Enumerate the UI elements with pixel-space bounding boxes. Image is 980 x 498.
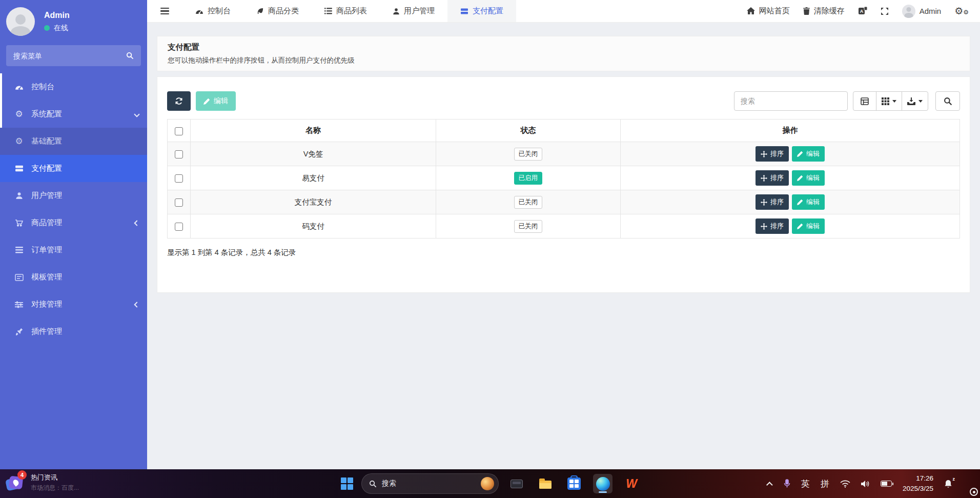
row-checkbox[interactable] <box>175 223 183 231</box>
sidebar-search[interactable] <box>6 45 141 66</box>
admin-user-menu[interactable]: Admin <box>902 5 942 18</box>
row-edit-button[interactable]: 编辑 <box>792 170 825 186</box>
wps-icon: W <box>626 477 637 491</box>
windows-start-button[interactable] <box>341 477 353 490</box>
user-name: Admin <box>44 11 70 20</box>
tab-user-management[interactable]: 用户管理 <box>380 0 447 22</box>
payment-name: 码支付 <box>191 214 436 238</box>
sidebar-item-order-management[interactable]: 订单管理 <box>0 236 147 264</box>
pagination-summary: 显示第 1 到第 4 条记录，总共 4 条记录 <box>167 248 960 257</box>
taskbar-app-wps[interactable]: W <box>622 474 641 493</box>
site-home-link[interactable]: 网站首页 <box>747 6 790 16</box>
status-badge[interactable]: 已关闭 <box>514 196 543 209</box>
sidebar-menu: 控制台 ⚙ 系统配置 ⚙ 基础配置 支付配置 用户管理 商品管理 订单管理 <box>0 73 147 345</box>
topbar-tabs: 控制台 商品分类 商品列表 用户管理 支付配置 <box>182 0 516 22</box>
row-edit-button[interactable]: 编辑 <box>792 194 825 210</box>
sort-button[interactable]: 排序 <box>756 170 789 186</box>
clear-cache-button[interactable]: 清除缓存 <box>803 6 845 16</box>
wifi-icon[interactable] <box>840 480 850 488</box>
sort-button[interactable]: 排序 <box>756 146 789 162</box>
row-checkbox[interactable] <box>175 198 183 207</box>
taskbar-app-edge[interactable] <box>593 474 612 493</box>
language-translate-icon[interactable]: A <box>858 7 867 15</box>
sidebar-item-system-config[interactable]: ⚙ 系统配置 <box>0 101 147 128</box>
avatar <box>902 5 915 18</box>
refresh-button[interactable] <box>167 91 191 111</box>
ime-pinyin-indicator[interactable]: 拼 <box>821 478 829 490</box>
notification-bell-icon[interactable]: z <box>944 480 952 488</box>
sidebar-item-product-management[interactable]: 商品管理 <box>0 209 147 236</box>
sidebar-item-plugin-management[interactable]: 插件管理 <box>0 318 147 345</box>
taskbar-app-file-explorer[interactable] <box>536 474 555 493</box>
taskbar-clock[interactable]: 17:26 2025/3/25 <box>903 473 933 493</box>
row-edit-button[interactable]: 编辑 <box>792 218 825 234</box>
move-icon <box>761 175 767 182</box>
column-header-name[interactable]: 名称 <box>191 119 436 142</box>
sidebar-item-user-management[interactable]: 用户管理 <box>0 182 147 209</box>
columns-dropdown-button[interactable] <box>876 91 902 111</box>
sidebar-item-dashboard[interactable]: 控制台 <box>0 73 147 101</box>
sidebar-item-integration-management[interactable]: 对接管理 <box>0 291 147 318</box>
column-header-status[interactable]: 状态 <box>436 119 621 142</box>
menu-toggle-icon[interactable] <box>147 0 182 22</box>
speaker-icon[interactable] <box>861 480 870 488</box>
sort-button[interactable]: 排序 <box>756 218 789 234</box>
main-content: 支付配置 您可以拖动操作栏中的排序按钮，从而控制用户支付的优先级 编辑 <box>147 23 980 469</box>
sidebar-item-label: 基础配置 <box>31 136 62 146</box>
row-checkbox[interactable] <box>175 150 183 158</box>
taskbar-app-dark-window[interactable] <box>507 474 526 493</box>
avatar[interactable] <box>6 7 35 36</box>
settings-gears-icon[interactable]: ⚙⚙ <box>954 6 969 16</box>
toolbar: 编辑 <box>167 91 960 111</box>
sidebar-item-template-management[interactable]: 模板管理 <box>0 264 147 291</box>
taskbar-app-store[interactable] <box>564 474 584 493</box>
move-icon <box>761 151 767 157</box>
table-view-button-group <box>853 91 928 111</box>
search-icon[interactable] <box>126 52 134 59</box>
search-highlight-thumbnail[interactable] <box>481 477 494 490</box>
news-widget[interactable]: 4 热门资讯 市场消息：百度... <box>5 472 79 493</box>
pencil-icon <box>797 175 803 181</box>
sidebar-item-payment-config[interactable]: 支付配置 <box>0 155 147 182</box>
dark-app-icon <box>511 480 523 488</box>
table-row: 码支付 已关闭 排序 编辑 <box>168 214 960 238</box>
tray-expand-icon[interactable] <box>766 482 773 488</box>
tab-product-list[interactable]: 商品列表 <box>312 0 380 22</box>
sidebar-item-base-config[interactable]: ⚙ 基础配置 <box>0 128 147 155</box>
sidebar: Admin 在线 控制台 ⚙ 系统配置 ⚙ 基础配置 支付配置 <box>0 0 147 469</box>
battery-icon[interactable] <box>881 481 892 487</box>
status-badge[interactable]: 已关闭 <box>514 220 543 233</box>
ime-english-indicator[interactable]: 英 <box>801 478 810 490</box>
row-checkbox[interactable] <box>175 174 183 183</box>
tab-label: 商品分类 <box>268 6 299 16</box>
row-edit-button[interactable]: 编辑 <box>792 146 825 162</box>
export-dropdown-button[interactable] <box>902 91 928 111</box>
folder-icon <box>539 481 552 489</box>
taskbar-search[interactable]: 搜索 <box>361 473 499 494</box>
search-button[interactable] <box>935 91 960 111</box>
chevron-left-icon <box>134 302 139 307</box>
sort-button[interactable]: 排序 <box>756 194 789 210</box>
table-search-input[interactable] <box>734 91 848 111</box>
tab-product-category[interactable]: 商品分类 <box>243 0 312 22</box>
gear-icon: ⚙ <box>14 110 24 118</box>
user-panel: Admin 在线 <box>0 0 147 41</box>
svg-text:A: A <box>860 9 863 14</box>
online-dot <box>44 25 50 31</box>
sidebar-search-input[interactable] <box>13 52 126 60</box>
user-icon <box>393 8 400 15</box>
taskbar-date: 2025/3/25 <box>903 484 933 494</box>
screen-record-indicator-icon[interactable] <box>970 488 978 496</box>
status-badge[interactable]: 已启用 <box>514 172 543 185</box>
news-widget-icon: 4 <box>5 472 25 493</box>
tab-dashboard[interactable]: 控制台 <box>182 0 243 22</box>
toggle-view-button[interactable] <box>853 91 876 111</box>
select-all-checkbox[interactable] <box>175 127 183 135</box>
fullscreen-icon[interactable] <box>881 7 889 15</box>
edit-button[interactable]: 编辑 <box>196 91 236 111</box>
microphone-icon[interactable] <box>784 479 790 488</box>
table-row: 易支付 已启用 排序 编辑 <box>168 166 960 190</box>
status-badge[interactable]: 已关闭 <box>514 148 543 161</box>
list-icon <box>14 247 24 253</box>
tab-payment-config[interactable]: 支付配置 <box>447 0 516 22</box>
